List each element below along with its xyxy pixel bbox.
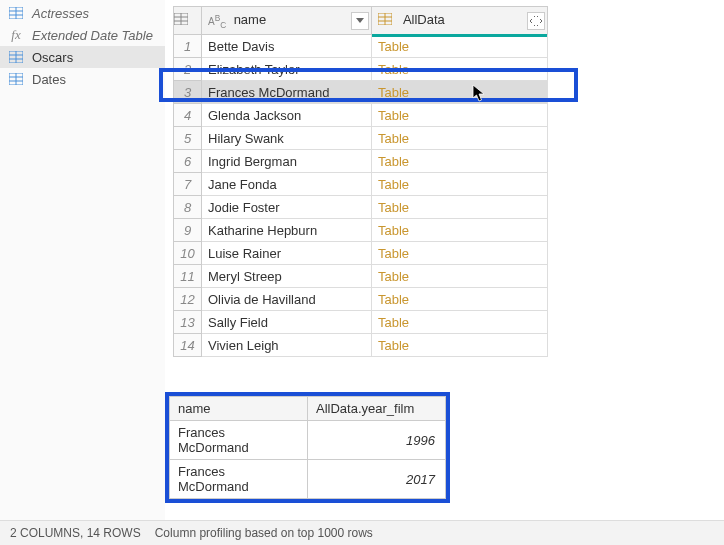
fx-icon: fx	[8, 27, 24, 43]
cell-alldata[interactable]: Table	[372, 311, 548, 334]
table-link[interactable]: Table	[378, 154, 409, 169]
status-columns-rows: 2 COLUMNS, 14 ROWS	[10, 526, 141, 540]
cell-alldata[interactable]: Table	[372, 150, 548, 173]
row-number[interactable]: 11	[174, 265, 202, 288]
table-row[interactable]: 12Olivia de HavillandTable	[174, 288, 548, 311]
detail-cell-year[interactable]: 1996	[308, 421, 446, 460]
table-link[interactable]: Table	[378, 223, 409, 238]
table-row[interactable]: 9Katharine HepburnTable	[174, 219, 548, 242]
table-row[interactable]: 5Hilary SwankTable	[174, 127, 548, 150]
table-link[interactable]: Table	[378, 108, 409, 123]
table-link[interactable]: Table	[378, 85, 409, 100]
detail-col-year[interactable]: AllData.year_film	[308, 397, 446, 421]
column-filter-button[interactable]	[351, 12, 369, 30]
preview-grid[interactable]: ABC name AllData 1Bette DavisTable2Eliza…	[173, 6, 548, 357]
row-number[interactable]: 2	[174, 58, 202, 81]
row-number[interactable]: 14	[174, 334, 202, 357]
detail-cell-name[interactable]: Frances McDormand	[170, 421, 308, 460]
cell-name[interactable]: Elizabeth Taylor	[202, 58, 372, 81]
cell-alldata[interactable]: Table	[372, 173, 548, 196]
table-icon	[174, 13, 192, 29]
cell-alldata[interactable]: Table	[372, 35, 548, 58]
table-link[interactable]: Table	[378, 200, 409, 215]
cell-name[interactable]: Vivien Leigh	[202, 334, 372, 357]
cell-alldata[interactable]: Table	[372, 81, 548, 104]
column-header-alldata[interactable]: AllData	[372, 7, 548, 35]
table-link[interactable]: Table	[378, 131, 409, 146]
cell-name[interactable]: Glenda Jackson	[202, 104, 372, 127]
cell-alldata[interactable]: Table	[372, 58, 548, 81]
cell-alldata[interactable]: Table	[372, 104, 548, 127]
cell-name[interactable]: Jane Fonda	[202, 173, 372, 196]
row-number[interactable]: 5	[174, 127, 202, 150]
table-link[interactable]: Table	[378, 62, 409, 77]
column-header-name[interactable]: ABC name	[202, 7, 372, 35]
row-number[interactable]: 1	[174, 35, 202, 58]
row-number[interactable]: 3	[174, 81, 202, 104]
table-row[interactable]: 6Ingrid BergmanTable	[174, 150, 548, 173]
table-row[interactable]: 2Elizabeth TaylorTable	[174, 58, 548, 81]
cell-alldata[interactable]: Table	[372, 196, 548, 219]
sidebar-item-label: Actresses	[32, 6, 89, 21]
detail-col-name[interactable]: name	[170, 397, 308, 421]
table-row[interactable]: Frances McDormand2017	[170, 460, 446, 499]
cell-alldata[interactable]: Table	[372, 288, 548, 311]
cell-name[interactable]: Sally Field	[202, 311, 372, 334]
table-row[interactable]: 7Jane FondaTable	[174, 173, 548, 196]
cell-name[interactable]: Ingrid Bergman	[202, 150, 372, 173]
expand-column-button[interactable]	[527, 12, 545, 30]
cell-alldata[interactable]: Table	[372, 219, 548, 242]
table-link[interactable]: Table	[378, 338, 409, 353]
row-number[interactable]: 8	[174, 196, 202, 219]
cell-name[interactable]: Luise Rainer	[202, 242, 372, 265]
status-profiling: Column profiling based on top 1000 rows	[155, 526, 373, 540]
table-icon	[8, 71, 24, 87]
sidebar-item-oscars[interactable]: Oscars	[0, 46, 165, 68]
table-row[interactable]: 10Luise RainerTable	[174, 242, 548, 265]
row-number[interactable]: 6	[174, 150, 202, 173]
cell-alldata[interactable]: Table	[372, 265, 548, 288]
status-bar: 2 COLUMNS, 14 ROWS Column profiling base…	[0, 520, 724, 545]
row-number[interactable]: 12	[174, 288, 202, 311]
table-row[interactable]: 4Glenda JacksonTable	[174, 104, 548, 127]
table-type-icon	[378, 13, 396, 29]
cell-name[interactable]: Frances McDormand	[202, 81, 372, 104]
table-row[interactable]: 1Bette DavisTable	[174, 35, 548, 58]
table-link[interactable]: Table	[378, 246, 409, 261]
detail-cell-year[interactable]: 2017	[308, 460, 446, 499]
table-link[interactable]: Table	[378, 39, 409, 54]
cell-name[interactable]: Meryl Streep	[202, 265, 372, 288]
table-row[interactable]: 13Sally FieldTable	[174, 311, 548, 334]
row-number[interactable]: 10	[174, 242, 202, 265]
detail-grid[interactable]: name AllData.year_film Frances McDormand…	[169, 396, 446, 499]
table-row[interactable]: 8Jodie FosterTable	[174, 196, 548, 219]
table-link[interactable]: Table	[378, 269, 409, 284]
table-link[interactable]: Table	[378, 177, 409, 192]
table-link[interactable]: Table	[378, 315, 409, 330]
table-row[interactable]: 14Vivien LeighTable	[174, 334, 548, 357]
cell-alldata[interactable]: Table	[372, 242, 548, 265]
column-quality-bar	[372, 34, 547, 37]
column-label: name	[234, 12, 267, 27]
cell-name[interactable]: Hilary Swank	[202, 127, 372, 150]
detail-cell-name[interactable]: Frances McDormand	[170, 460, 308, 499]
table-row[interactable]: 11Meryl StreepTable	[174, 265, 548, 288]
table-row[interactable]: 3Frances McDormandTable	[174, 81, 548, 104]
cell-name[interactable]: Bette Davis	[202, 35, 372, 58]
table-link[interactable]: Table	[378, 292, 409, 307]
sidebar-item-dates[interactable]: Dates	[0, 68, 165, 90]
row-number[interactable]: 4	[174, 104, 202, 127]
row-number[interactable]: 13	[174, 311, 202, 334]
table-row[interactable]: Frances McDormand1996	[170, 421, 446, 460]
sidebar-item-actresses[interactable]: Actresses	[0, 2, 165, 24]
cell-alldata[interactable]: Table	[372, 334, 548, 357]
cell-name[interactable]: Katharine Hepburn	[202, 219, 372, 242]
cell-alldata[interactable]: Table	[372, 127, 548, 150]
cell-name[interactable]: Olivia de Havilland	[202, 288, 372, 311]
row-number[interactable]: 9	[174, 219, 202, 242]
sidebar-item-extended-date[interactable]: fx Extended Date Table	[0, 24, 165, 46]
row-number[interactable]: 7	[174, 173, 202, 196]
table-corner[interactable]	[174, 7, 202, 35]
sidebar-item-label: Extended Date Table	[32, 28, 153, 43]
cell-name[interactable]: Jodie Foster	[202, 196, 372, 219]
